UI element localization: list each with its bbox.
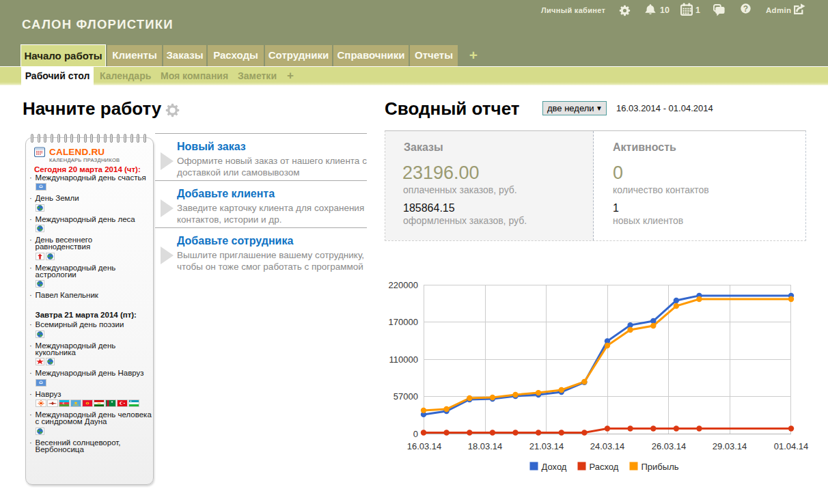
svg-text:01.04.14: 01.04.14 bbox=[774, 441, 809, 451]
svg-text:18.03.14: 18.03.14 bbox=[468, 441, 503, 451]
svg-text:170000: 170000 bbox=[389, 317, 418, 327]
svg-text:Расход: Расход bbox=[590, 462, 619, 472]
svg-text:?: ? bbox=[743, 4, 748, 14]
svg-text:110000: 110000 bbox=[389, 354, 418, 365]
svg-text:Доход: Доход bbox=[542, 462, 567, 472]
svg-text:24.03.14: 24.03.14 bbox=[590, 441, 625, 451]
svg-text:0: 0 bbox=[413, 429, 418, 439]
svg-text:26.03.14: 26.03.14 bbox=[652, 441, 687, 451]
svg-text:29.03.14: 29.03.14 bbox=[713, 441, 747, 451]
svg-text:220000: 220000 bbox=[389, 280, 418, 290]
svg-text:57000: 57000 bbox=[394, 391, 418, 402]
svg-text:Прибыль: Прибыль bbox=[641, 462, 679, 472]
svg-text:16.03.14: 16.03.14 bbox=[407, 441, 442, 451]
svg-text:21.03.14: 21.03.14 bbox=[529, 441, 564, 451]
